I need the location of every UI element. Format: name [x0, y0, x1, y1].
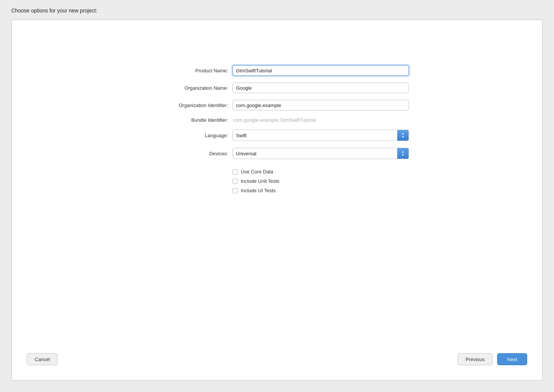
dialog-container: Product Name: Organization Name: Organiz…	[11, 20, 543, 381]
bundle-id-value: com.google.example.GtmSwiftTutorial	[233, 117, 409, 123]
language-select[interactable]: Swift Objective-C	[233, 130, 397, 141]
chevron-up-icon: ▲	[401, 132, 404, 135]
org-id-label: Organization Identifier:	[145, 103, 228, 108]
use-core-data-label[interactable]: Use Core Data	[241, 169, 273, 175]
include-ui-tests-checkbox[interactable]	[233, 188, 238, 193]
bundle-id-row: Bundle Identifier: com.google.example.Gt…	[145, 117, 409, 123]
devices-select-button[interactable]: ▲ ▼	[397, 148, 409, 159]
include-unit-tests-checkbox[interactable]	[233, 179, 238, 184]
devices-row: Devices: Universal iPhone iPad ▲ ▼	[145, 148, 409, 159]
include-unit-tests-row: Include Unit Tests	[233, 178, 409, 184]
language-select-button[interactable]: ▲ ▼	[397, 130, 409, 141]
org-id-row: Organization Identifier:	[145, 100, 409, 110]
language-select-wrapper: Swift Objective-C ▲ ▼	[233, 130, 409, 141]
bottom-bar: Cancel Previous Next	[27, 346, 527, 365]
previous-button[interactable]: Previous	[458, 353, 493, 365]
product-name-input[interactable]	[233, 65, 409, 76]
product-name-row: Product Name:	[145, 65, 409, 76]
include-unit-tests-label[interactable]: Include Unit Tests	[241, 178, 279, 184]
chevron-down-icon: ▼	[401, 154, 404, 157]
include-ui-tests-label[interactable]: Include UI Tests	[241, 188, 275, 193]
checkboxes-area: Use Core Data Include Unit Tests Include…	[145, 169, 409, 197]
use-core-data-checkbox[interactable]	[233, 169, 238, 175]
right-buttons: Previous Next	[458, 353, 527, 365]
use-core-data-row: Use Core Data	[233, 169, 409, 175]
chevron-up-icon: ▲	[401, 150, 404, 153]
language-label: Language:	[145, 133, 228, 138]
bundle-id-label: Bundle Identifier:	[145, 117, 228, 123]
language-row: Language: Swift Objective-C ▲ ▼	[145, 130, 409, 141]
org-name-label: Organization Name:	[145, 85, 228, 91]
product-name-label: Product Name:	[145, 68, 228, 74]
org-name-input[interactable]	[233, 83, 409, 93]
include-ui-tests-row: Include UI Tests	[233, 188, 409, 193]
org-id-input[interactable]	[233, 100, 409, 110]
cancel-button[interactable]: Cancel	[27, 353, 58, 365]
devices-select-wrapper: Universal iPhone iPad ▲ ▼	[233, 148, 409, 159]
org-name-row: Organization Name:	[145, 83, 409, 93]
devices-label: Devices:	[145, 151, 228, 156]
chevron-down-icon: ▼	[401, 136, 404, 139]
devices-select[interactable]: Universal iPhone iPad	[233, 148, 397, 159]
form-area: Product Name: Organization Name: Organiz…	[27, 43, 527, 342]
page-title: Choose options for your new project:	[11, 8, 543, 14]
next-button[interactable]: Next	[497, 353, 527, 365]
